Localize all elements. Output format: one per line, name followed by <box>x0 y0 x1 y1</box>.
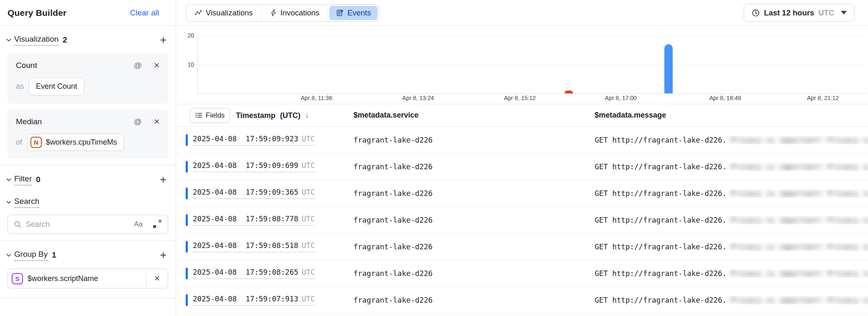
scatter-line-icon <box>194 9 202 17</box>
event-log-icon <box>336 9 343 17</box>
message-value: GET http://fragrant-lake-d226. Privacy i… <box>595 189 868 198</box>
caret-down-icon <box>841 11 847 15</box>
group-by-chip[interactable]: S $workers.scriptName ✕ <box>8 268 168 288</box>
tab-label: Events <box>347 8 371 18</box>
table-row[interactable]: 2025-04-08 17:59:08:778UTC fragrant-lake… <box>177 207 868 233</box>
message-value: GET http://fragrant-lake-d226. Privacy i… <box>595 269 868 278</box>
table-row[interactable]: 2025-04-08 17:59:07:913UTC fragrant-lake… <box>177 287 868 313</box>
table-row[interactable]: 2025-04-08 17:59:08:518UTC fragrant-lake… <box>177 233 868 260</box>
add-group-by-button[interactable]: + <box>158 250 168 261</box>
match-case-icon[interactable]: Aa <box>134 220 143 228</box>
string-type-badge: S <box>12 273 23 284</box>
timestamp-value[interactable]: 2025-04-08 17:59:08:778UTC <box>193 215 315 226</box>
list-icon <box>195 112 202 118</box>
add-visualization-button[interactable]: + <box>158 35 168 46</box>
column-header-timestamp[interactable]: Timestamp (UTC) ↓ <box>236 111 309 120</box>
sidebar-header: Query Builder Clear all <box>0 0 176 26</box>
chart-plot[interactable] <box>197 35 866 94</box>
divider <box>0 298 176 298</box>
search-input[interactable] <box>26 220 130 229</box>
event-indicator-bar <box>186 188 188 199</box>
service-value: fragrant-lake-d226 <box>353 296 595 304</box>
card-title: Median <box>16 117 42 126</box>
divider <box>0 165 176 166</box>
sort-descending-icon[interactable]: ↓ <box>305 111 309 120</box>
fields-button[interactable]: Fields <box>190 108 230 123</box>
chevron-down-icon[interactable] <box>3 176 14 183</box>
remove-group-by-button[interactable]: ✕ <box>146 269 168 288</box>
search-section-label[interactable]: Search <box>14 197 39 208</box>
search-box: Aa * <box>8 215 168 234</box>
section-filter: Filter 0 + <box>0 169 176 191</box>
gridline <box>198 65 866 65</box>
timestamp-value[interactable]: 2025-04-08 17:59:09:699UTC <box>193 161 315 172</box>
service-value: fragrant-lake-d226 <box>353 189 595 198</box>
timezone-label: UTC <box>302 215 315 223</box>
redacted-text: Privacy is important! Privacy is importa… <box>731 136 868 144</box>
table-row[interactable]: 2025-04-08 17:59:09:699UTC fragrant-lake… <box>177 153 868 180</box>
y-tick-label: 20 <box>177 32 194 39</box>
time-range-button[interactable]: Last 12 hours UTC <box>744 4 855 22</box>
events-histogram: 1020 Apr 8, 11:36Apr 8, 13:24Apr 8, 15:1… <box>177 26 868 104</box>
tab-events[interactable]: Events <box>329 6 378 20</box>
table-row[interactable]: 2025-04-08 17:59:09:923UTC fragrant-lake… <box>177 127 868 153</box>
view-tab-group: Visualizations Invocations Events <box>186 4 379 22</box>
of-label: of <box>16 138 22 147</box>
regex-icon[interactable]: * <box>153 220 162 229</box>
message-value: GET http://fragrant-lake-d226. Privacy i… <box>595 296 868 304</box>
event-indicator-bar <box>186 161 188 173</box>
x-tick-label: Apr 8, 13:24 <box>402 95 434 101</box>
column-header-service[interactable]: $metadata.service <box>353 111 595 120</box>
timestamp-value[interactable]: 2025-04-08 17:59:09:365UTC <box>193 188 315 199</box>
x-tick-label: Apr 8, 18:48 <box>709 95 741 101</box>
timestamp-value[interactable]: 2025-04-08 17:59:07:913UTC <box>193 295 315 306</box>
x-tick-label: Apr 8, 11:36 <box>301 95 332 101</box>
chevron-down-icon[interactable] <box>3 37 14 43</box>
timezone-label: UTC <box>302 135 315 143</box>
redacted-text: Privacy is important! Privacy is importa… <box>731 269 868 278</box>
search-icon <box>14 221 22 228</box>
close-icon[interactable]: ✕ <box>154 61 160 70</box>
close-icon[interactable]: ✕ <box>154 117 160 126</box>
timezone-label: UTC <box>302 161 315 170</box>
chevron-down-icon[interactable] <box>3 199 14 206</box>
message-value: GET http://fragrant-lake-d226. Privacy i… <box>595 163 868 171</box>
clock-icon <box>752 9 760 17</box>
group-by-count: 1 <box>52 251 56 260</box>
fields-button-label: Fields <box>206 111 225 120</box>
time-zone-label: UTC <box>818 8 834 18</box>
alias-icon[interactable]: @ <box>134 61 142 70</box>
add-filter-button[interactable]: + <box>158 174 168 186</box>
y-tick-label: 10 <box>177 61 194 68</box>
column-header-message[interactable]: $metadata.message <box>595 111 868 120</box>
timestamp-value[interactable]: 2025-04-08 17:59:09:923UTC <box>193 135 315 145</box>
message-value: GET http://fragrant-lake-d226. Privacy i… <box>595 216 868 224</box>
clear-all-button[interactable]: Clear all <box>130 8 159 18</box>
tab-visualizations[interactable]: Visualizations <box>186 5 262 21</box>
event-count-pill[interactable]: Event Count <box>29 78 84 95</box>
alias-icon[interactable]: @ <box>134 117 142 126</box>
timezone-label: UTC <box>302 188 315 196</box>
chevron-down-icon[interactable] <box>3 252 14 258</box>
redacted-text: Privacy is important! Privacy is importa… <box>731 216 868 224</box>
message-value: GET http://fragrant-lake-d226. Privacy i… <box>595 136 868 144</box>
x-tick-label: Apr 8, 21:12 <box>807 95 839 101</box>
table-row[interactable]: 2025-04-08 17:59:09:365UTC fragrant-lake… <box>177 180 868 207</box>
visualization-section-label[interactable]: Visualization <box>14 35 58 46</box>
group-by-section-label[interactable]: Group By <box>14 250 48 261</box>
tab-invocations[interactable]: Invocations <box>262 5 328 21</box>
pill-label: Event Count <box>36 82 77 91</box>
time-range-label: Last 12 hours <box>764 8 814 18</box>
tab-label: Visualizations <box>206 8 253 18</box>
table-header: Fields Timestamp (UTC) ↓ $metadata.servi… <box>177 104 868 127</box>
filter-count: 0 <box>36 175 40 184</box>
table-row[interactable]: 2025-04-08 17:59:08:265UTC fragrant-lake… <box>177 260 868 287</box>
timestamp-value[interactable]: 2025-04-08 17:59:08:265UTC <box>193 268 315 279</box>
filter-section-label[interactable]: Filter <box>14 174 32 186</box>
redacted-text: Privacy is important! Privacy is importa… <box>731 296 868 304</box>
tab-label: Invocations <box>280 8 320 18</box>
cputimems-field-pill[interactable]: N $workers.cpuTimeMs <box>27 134 124 151</box>
event-indicator-bar <box>186 214 188 226</box>
section-group-by: Group By 1 + <box>0 244 176 266</box>
timestamp-value[interactable]: 2025-04-08 17:59:08:518UTC <box>193 241 315 252</box>
